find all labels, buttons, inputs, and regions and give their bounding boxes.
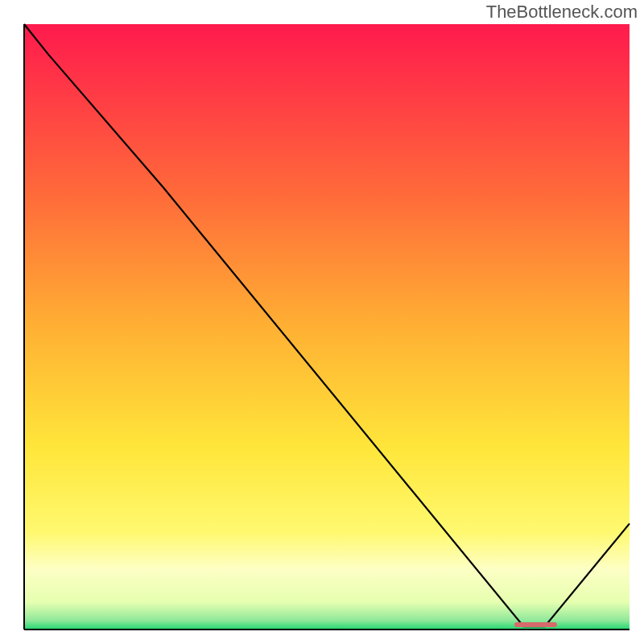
bottleneck-chart [0,0,644,644]
chart-container: TheBottleneck.com [0,0,644,644]
minimum-marker [514,622,557,627]
plot-background [24,24,630,630]
watermark-text: TheBottleneck.com [486,2,638,23]
